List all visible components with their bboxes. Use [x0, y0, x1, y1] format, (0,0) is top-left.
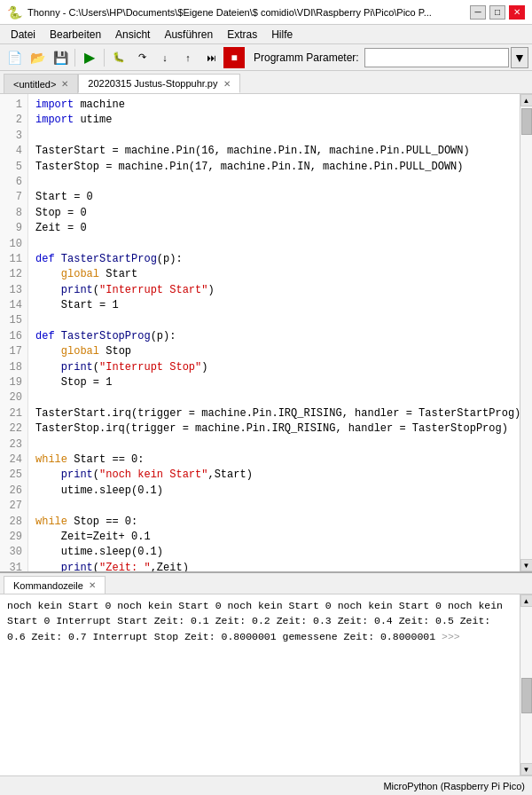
kommandozeile-label: Kommandozeile	[13, 580, 83, 591]
step-out-button[interactable]: ↑	[177, 47, 199, 68]
console-scroll-up[interactable]: ▲	[520, 594, 533, 607]
title-bar: 🐍 Thonny - C:\Users\HP\Documents\$Eigene…	[0, 0, 532, 25]
debug-button[interactable]: 🐛	[108, 47, 129, 68]
stop-button[interactable]: ■	[223, 47, 245, 68]
scroll-thumb[interactable]	[521, 108, 532, 135]
toolbar: 📄 📂 💾 ▶ 🐛 ↷ ↓ ↑ ⏭ ■ Programm Parameter: …	[0, 44, 532, 71]
tab-untitled-label: <untitled>	[13, 79, 56, 90]
param-input[interactable]	[364, 48, 509, 67]
open-button[interactable]: 📂	[27, 47, 48, 68]
status-text: MicroPython (Raspberry Pi Pico)	[383, 781, 525, 791]
close-button[interactable]: ✕	[509, 5, 525, 20]
toolbar-sep-1	[74, 49, 75, 67]
maximize-button[interactable]: □	[489, 5, 505, 20]
bottom-tabs-bar: Kommandozeile ✕	[0, 573, 532, 594]
bottom-panel: Kommandozeile ✕ noch kein Start 0 noch k…	[0, 571, 532, 775]
menu-datei[interactable]: Datei	[4, 25, 43, 43]
console-scroll-thumb[interactable]	[521, 678, 532, 713]
line-numbers: 1 2 3 4 5 6 7 8 9 10 11 12 13 14 15 16 1…	[0, 94, 28, 571]
run-button[interactable]: ▶	[79, 47, 100, 68]
menu-bearbeiten[interactable]: Bearbeiten	[43, 25, 108, 43]
title-bar-left: 🐍 Thonny - C:\Users\HP\Documents\$Eigene…	[7, 5, 432, 20]
param-label: Programm Parameter:	[254, 51, 359, 64]
title-bar-text: Thonny - C:\Users\HP\Documents\$Eigene D…	[27, 7, 432, 18]
console-area: noch kein Start 0 noch kein Start 0 noch…	[0, 594, 532, 775]
param-dropdown[interactable]: ▼	[511, 47, 528, 68]
kommandozeile-close[interactable]: ✕	[89, 580, 96, 590]
menu-ausfuehren[interactable]: Ausführen	[157, 25, 220, 43]
step-into-button[interactable]: ↓	[154, 47, 176, 68]
console-scroll-track[interactable]	[520, 607, 532, 763]
console-output: noch kein Start 0 noch kein Start 0 noch…	[0, 594, 520, 775]
scroll-track[interactable]	[520, 106, 532, 559]
title-bar-controls: ─ □ ✕	[470, 5, 525, 20]
menu-ansicht[interactable]: Ansicht	[108, 25, 157, 43]
app-icon: 🐍	[7, 5, 22, 20]
tab-stoppuhr[interactable]: 20220315 Justus-Stoppuhr.py ✕	[78, 74, 239, 93]
tab-untitled[interactable]: <untitled> ✕	[4, 74, 78, 93]
tab-stoppuhr-label: 20220315 Justus-Stoppuhr.py	[88, 78, 217, 89]
scroll-up-button[interactable]: ▲	[520, 94, 533, 106]
console-scrollbar[interactable]: ▲ ▼	[520, 594, 532, 775]
resume-button[interactable]: ⏭	[200, 47, 222, 68]
scroll-down-button[interactable]: ▼	[520, 559, 533, 571]
tab-stoppuhr-close[interactable]: ✕	[223, 79, 231, 89]
menu-extras[interactable]: Extras	[220, 25, 264, 43]
tabs-bar: <untitled> ✕ 20220315 Justus-Stoppuhr.py…	[0, 71, 532, 94]
editor-scrollbar[interactable]: ▲ ▼	[520, 94, 532, 571]
step-over-button[interactable]: ↷	[131, 47, 153, 68]
save-button[interactable]: 💾	[50, 47, 71, 68]
tab-kommandozeile[interactable]: Kommandozeile ✕	[4, 576, 106, 594]
minimize-button[interactable]: ─	[470, 5, 486, 20]
status-bar: MicroPython (Raspberry Pi Pico)	[0, 775, 532, 795]
code-editor[interactable]: import machine import utime TasterStart …	[28, 94, 520, 571]
console-scroll-down[interactable]: ▼	[520, 763, 533, 775]
menu-bar: Datei Bearbeiten Ansicht Ausführen Extra…	[0, 25, 532, 44]
toolbar-sep-2	[104, 49, 105, 67]
menu-hilfe[interactable]: Hilfe	[264, 25, 300, 43]
new-button[interactable]: 📄	[4, 47, 25, 68]
editor-area: 1 2 3 4 5 6 7 8 9 10 11 12 13 14 15 16 1…	[0, 94, 532, 571]
tab-untitled-close[interactable]: ✕	[61, 79, 68, 89]
